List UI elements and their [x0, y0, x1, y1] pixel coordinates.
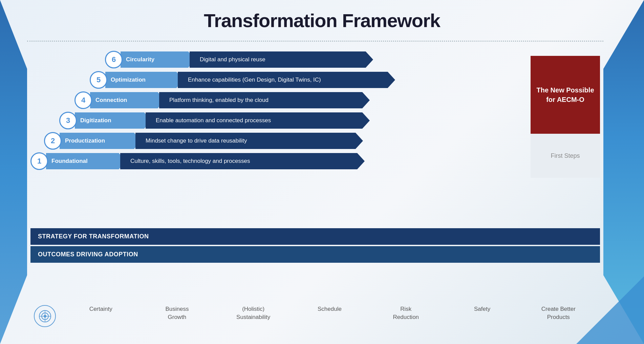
- label-1: Foundational: [46, 153, 119, 169]
- desc-3: Enable automation and connected processe…: [146, 112, 362, 129]
- pyramid-row-3: 3 Digitization Enable automation and con…: [59, 112, 525, 129]
- company-logo: [34, 305, 56, 327]
- label-3: Digitization: [75, 112, 144, 129]
- outcome-schedule: Schedule: [309, 305, 350, 321]
- outcome-items: Certainty BusinessGrowth (Holistic)Susta…: [63, 305, 597, 321]
- strategy-bar: STRATEGY FOR TRANSFORMATION: [30, 228, 600, 245]
- first-steps-box: First Steps: [531, 134, 600, 178]
- outcomes-row: Certainty BusinessGrowth (Holistic)Susta…: [30, 305, 600, 327]
- label-2: Productization: [60, 133, 134, 149]
- page-title: Transformation Framework: [0, 0, 644, 31]
- label-5: Optimization: [105, 72, 176, 88]
- pyramid-row-6: 6 Circularity Digital and physical reuse: [105, 51, 525, 68]
- pyramid-area: 6 Circularity Digital and physical reuse…: [30, 51, 600, 190]
- desc-5: Enhance capabilities (Gen Design, Digita…: [178, 72, 388, 88]
- badge-1: 1: [30, 152, 48, 170]
- outcome-safety: Safety: [462, 305, 502, 321]
- outcome-certainty: Certainty: [81, 305, 121, 321]
- desc-2: Mindset change to drive data reusability: [135, 133, 356, 149]
- outcome-sustainability: (Holistic)Sustainability: [233, 305, 274, 321]
- right-panel: The New Possible for AECM-O First Steps: [531, 56, 600, 178]
- main-container: Transformation Framework 6 Circularity D…: [0, 0, 644, 344]
- label-4: Connection: [90, 92, 158, 108]
- pyramid-row-5: 5 Optimization Enhance capabilities (Gen…: [90, 71, 525, 89]
- deco-left: [0, 0, 27, 344]
- logo-icon: [38, 309, 52, 323]
- label-6: Circularity: [121, 51, 188, 68]
- dotted-separator: [27, 41, 603, 42]
- desc-4: Platform thinking, enabled by the cloud: [159, 92, 362, 108]
- badge-3: 3: [59, 112, 77, 129]
- outcome-business-growth: BusinessGrowth: [157, 305, 197, 321]
- outcome-create-better-products: Create BetterProducts: [538, 305, 579, 321]
- badge-6: 6: [105, 51, 123, 68]
- pyramid-row-2: 2 Productization Mindset change to drive…: [44, 132, 525, 150]
- strategy-section: STRATEGY FOR TRANSFORMATION OUTCOMES DRI…: [30, 228, 600, 263]
- desc-1: Culture, skills, tools, technology and p…: [120, 153, 357, 169]
- outcome-risk-reduction: RiskReduction: [386, 305, 426, 321]
- pyramid-row-4: 4 Connection Platform thinking, enabled …: [74, 91, 525, 109]
- content-area: 6 Circularity Digital and physical reuse…: [30, 46, 600, 337]
- badge-4: 4: [74, 91, 92, 109]
- red-box: The New Possible for AECM-O: [531, 56, 600, 134]
- badge-2: 2: [44, 132, 62, 150]
- desc-6: Digital and physical reuse: [190, 51, 366, 68]
- badge-5: 5: [90, 71, 107, 89]
- pyramid-row-1: 1 Foundational Culture, skills, tools, t…: [30, 152, 525, 170]
- outcomes-bar: OUTCOMES DRIVING ADOPTION: [30, 246, 600, 263]
